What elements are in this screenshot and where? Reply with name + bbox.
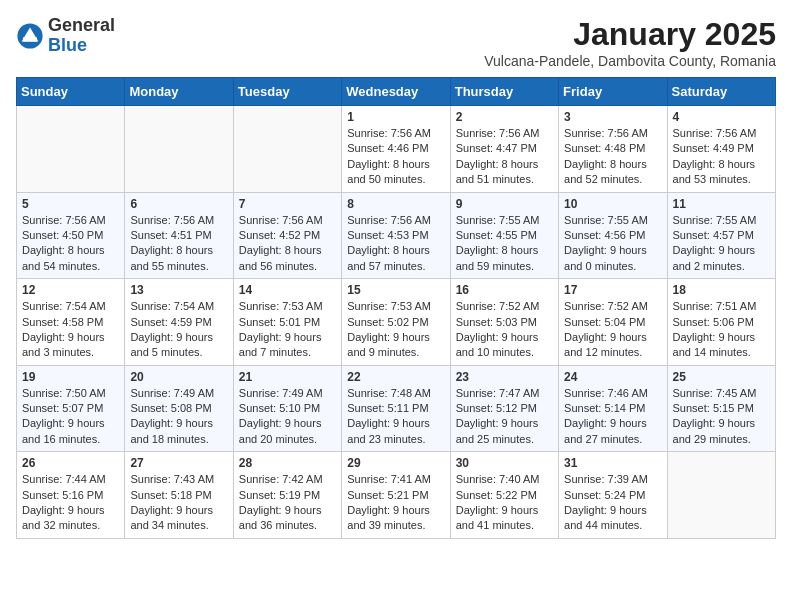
day-number: 26 bbox=[22, 456, 119, 470]
day-info: Sunrise: 7:42 AM Sunset: 5:19 PM Dayligh… bbox=[239, 472, 336, 534]
day-info: Sunrise: 7:52 AM Sunset: 5:04 PM Dayligh… bbox=[564, 299, 661, 361]
calendar-day-cell: 12Sunrise: 7:54 AM Sunset: 4:58 PM Dayli… bbox=[17, 279, 125, 366]
calendar-day-cell: 30Sunrise: 7:40 AM Sunset: 5:22 PM Dayli… bbox=[450, 452, 558, 539]
day-info: Sunrise: 7:56 AM Sunset: 4:53 PM Dayligh… bbox=[347, 213, 444, 275]
day-number: 12 bbox=[22, 283, 119, 297]
day-number: 24 bbox=[564, 370, 661, 384]
title-block: January 2025 Vulcana-Pandele, Dambovita … bbox=[484, 16, 776, 69]
calendar-day-cell: 7Sunrise: 7:56 AM Sunset: 4:52 PM Daylig… bbox=[233, 192, 341, 279]
day-info: Sunrise: 7:39 AM Sunset: 5:24 PM Dayligh… bbox=[564, 472, 661, 534]
day-number: 5 bbox=[22, 197, 119, 211]
calendar-day-cell: 4Sunrise: 7:56 AM Sunset: 4:49 PM Daylig… bbox=[667, 106, 775, 193]
weekday-header-cell: Wednesday bbox=[342, 78, 450, 106]
day-number: 2 bbox=[456, 110, 553, 124]
day-number: 10 bbox=[564, 197, 661, 211]
calendar-day-cell bbox=[125, 106, 233, 193]
day-number: 14 bbox=[239, 283, 336, 297]
day-number: 4 bbox=[673, 110, 770, 124]
calendar: SundayMondayTuesdayWednesdayThursdayFrid… bbox=[16, 77, 776, 539]
calendar-day-cell: 15Sunrise: 7:53 AM Sunset: 5:02 PM Dayli… bbox=[342, 279, 450, 366]
day-number: 13 bbox=[130, 283, 227, 297]
calendar-day-cell bbox=[17, 106, 125, 193]
day-info: Sunrise: 7:56 AM Sunset: 4:52 PM Dayligh… bbox=[239, 213, 336, 275]
calendar-day-cell: 20Sunrise: 7:49 AM Sunset: 5:08 PM Dayli… bbox=[125, 365, 233, 452]
day-number: 28 bbox=[239, 456, 336, 470]
day-number: 21 bbox=[239, 370, 336, 384]
calendar-day-cell: 25Sunrise: 7:45 AM Sunset: 5:15 PM Dayli… bbox=[667, 365, 775, 452]
calendar-day-cell: 19Sunrise: 7:50 AM Sunset: 5:07 PM Dayli… bbox=[17, 365, 125, 452]
location: Vulcana-Pandele, Dambovita County, Roman… bbox=[484, 53, 776, 69]
day-info: Sunrise: 7:51 AM Sunset: 5:06 PM Dayligh… bbox=[673, 299, 770, 361]
logo: General Blue bbox=[16, 16, 115, 56]
svg-rect-2 bbox=[23, 37, 37, 41]
day-number: 30 bbox=[456, 456, 553, 470]
calendar-day-cell: 2Sunrise: 7:56 AM Sunset: 4:47 PM Daylig… bbox=[450, 106, 558, 193]
calendar-day-cell bbox=[667, 452, 775, 539]
calendar-day-cell: 17Sunrise: 7:52 AM Sunset: 5:04 PM Dayli… bbox=[559, 279, 667, 366]
day-info: Sunrise: 7:55 AM Sunset: 4:56 PM Dayligh… bbox=[564, 213, 661, 275]
day-number: 1 bbox=[347, 110, 444, 124]
calendar-week-row: 12Sunrise: 7:54 AM Sunset: 4:58 PM Dayli… bbox=[17, 279, 776, 366]
day-info: Sunrise: 7:45 AM Sunset: 5:15 PM Dayligh… bbox=[673, 386, 770, 448]
logo-general: General bbox=[48, 16, 115, 36]
calendar-day-cell: 1Sunrise: 7:56 AM Sunset: 4:46 PM Daylig… bbox=[342, 106, 450, 193]
calendar-day-cell: 14Sunrise: 7:53 AM Sunset: 5:01 PM Dayli… bbox=[233, 279, 341, 366]
calendar-day-cell: 16Sunrise: 7:52 AM Sunset: 5:03 PM Dayli… bbox=[450, 279, 558, 366]
calendar-day-cell: 18Sunrise: 7:51 AM Sunset: 5:06 PM Dayli… bbox=[667, 279, 775, 366]
day-info: Sunrise: 7:56 AM Sunset: 4:46 PM Dayligh… bbox=[347, 126, 444, 188]
day-info: Sunrise: 7:43 AM Sunset: 5:18 PM Dayligh… bbox=[130, 472, 227, 534]
calendar-day-cell: 29Sunrise: 7:41 AM Sunset: 5:21 PM Dayli… bbox=[342, 452, 450, 539]
day-number: 19 bbox=[22, 370, 119, 384]
day-info: Sunrise: 7:53 AM Sunset: 5:02 PM Dayligh… bbox=[347, 299, 444, 361]
day-info: Sunrise: 7:50 AM Sunset: 5:07 PM Dayligh… bbox=[22, 386, 119, 448]
calendar-week-row: 5Sunrise: 7:56 AM Sunset: 4:50 PM Daylig… bbox=[17, 192, 776, 279]
day-number: 20 bbox=[130, 370, 227, 384]
calendar-week-row: 1Sunrise: 7:56 AM Sunset: 4:46 PM Daylig… bbox=[17, 106, 776, 193]
calendar-day-cell: 24Sunrise: 7:46 AM Sunset: 5:14 PM Dayli… bbox=[559, 365, 667, 452]
day-number: 17 bbox=[564, 283, 661, 297]
weekday-header-cell: Tuesday bbox=[233, 78, 341, 106]
month-title: January 2025 bbox=[484, 16, 776, 53]
calendar-day-cell: 10Sunrise: 7:55 AM Sunset: 4:56 PM Dayli… bbox=[559, 192, 667, 279]
calendar-day-cell bbox=[233, 106, 341, 193]
day-info: Sunrise: 7:56 AM Sunset: 4:50 PM Dayligh… bbox=[22, 213, 119, 275]
day-info: Sunrise: 7:56 AM Sunset: 4:48 PM Dayligh… bbox=[564, 126, 661, 188]
day-info: Sunrise: 7:55 AM Sunset: 4:57 PM Dayligh… bbox=[673, 213, 770, 275]
day-info: Sunrise: 7:54 AM Sunset: 4:58 PM Dayligh… bbox=[22, 299, 119, 361]
day-number: 18 bbox=[673, 283, 770, 297]
weekday-header-cell: Sunday bbox=[17, 78, 125, 106]
day-info: Sunrise: 7:49 AM Sunset: 5:10 PM Dayligh… bbox=[239, 386, 336, 448]
calendar-day-cell: 27Sunrise: 7:43 AM Sunset: 5:18 PM Dayli… bbox=[125, 452, 233, 539]
day-number: 9 bbox=[456, 197, 553, 211]
day-info: Sunrise: 7:46 AM Sunset: 5:14 PM Dayligh… bbox=[564, 386, 661, 448]
weekday-header-cell: Thursday bbox=[450, 78, 558, 106]
day-number: 6 bbox=[130, 197, 227, 211]
weekday-header-cell: Monday bbox=[125, 78, 233, 106]
logo-icon bbox=[16, 22, 44, 50]
day-number: 23 bbox=[456, 370, 553, 384]
day-number: 8 bbox=[347, 197, 444, 211]
calendar-day-cell: 22Sunrise: 7:48 AM Sunset: 5:11 PM Dayli… bbox=[342, 365, 450, 452]
calendar-day-cell: 5Sunrise: 7:56 AM Sunset: 4:50 PM Daylig… bbox=[17, 192, 125, 279]
day-number: 3 bbox=[564, 110, 661, 124]
page-header: General Blue January 2025 Vulcana-Pandel… bbox=[16, 16, 776, 69]
calendar-day-cell: 3Sunrise: 7:56 AM Sunset: 4:48 PM Daylig… bbox=[559, 106, 667, 193]
day-number: 27 bbox=[130, 456, 227, 470]
day-info: Sunrise: 7:56 AM Sunset: 4:51 PM Dayligh… bbox=[130, 213, 227, 275]
day-info: Sunrise: 7:56 AM Sunset: 4:49 PM Dayligh… bbox=[673, 126, 770, 188]
logo-text: General Blue bbox=[48, 16, 115, 56]
day-number: 11 bbox=[673, 197, 770, 211]
day-info: Sunrise: 7:52 AM Sunset: 5:03 PM Dayligh… bbox=[456, 299, 553, 361]
weekday-header: SundayMondayTuesdayWednesdayThursdayFrid… bbox=[17, 78, 776, 106]
day-number: 25 bbox=[673, 370, 770, 384]
day-info: Sunrise: 7:47 AM Sunset: 5:12 PM Dayligh… bbox=[456, 386, 553, 448]
calendar-day-cell: 23Sunrise: 7:47 AM Sunset: 5:12 PM Dayli… bbox=[450, 365, 558, 452]
calendar-week-row: 19Sunrise: 7:50 AM Sunset: 5:07 PM Dayli… bbox=[17, 365, 776, 452]
calendar-day-cell: 9Sunrise: 7:55 AM Sunset: 4:55 PM Daylig… bbox=[450, 192, 558, 279]
day-info: Sunrise: 7:48 AM Sunset: 5:11 PM Dayligh… bbox=[347, 386, 444, 448]
calendar-day-cell: 31Sunrise: 7:39 AM Sunset: 5:24 PM Dayli… bbox=[559, 452, 667, 539]
weekday-header-cell: Saturday bbox=[667, 78, 775, 106]
day-info: Sunrise: 7:49 AM Sunset: 5:08 PM Dayligh… bbox=[130, 386, 227, 448]
day-number: 7 bbox=[239, 197, 336, 211]
day-info: Sunrise: 7:56 AM Sunset: 4:47 PM Dayligh… bbox=[456, 126, 553, 188]
